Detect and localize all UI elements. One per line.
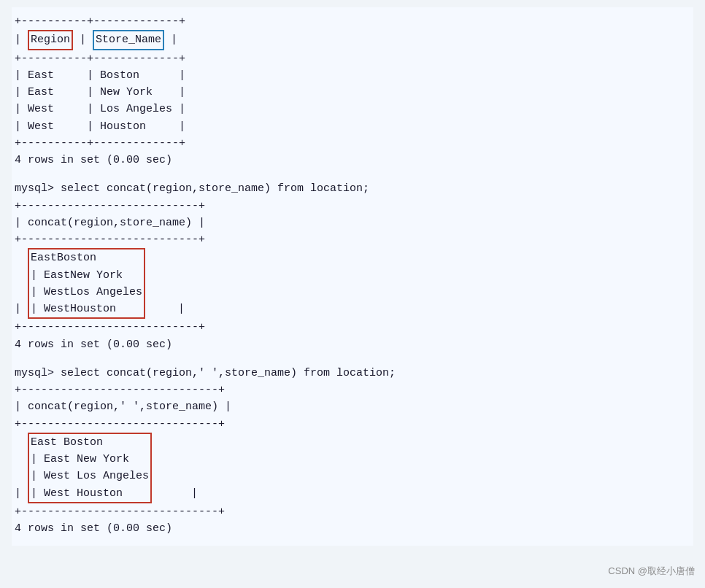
query3-section: mysql> select concat(region,' ',store_na… <box>15 365 690 538</box>
query2-header-sep: +---------------------------+ <box>15 231 690 248</box>
query2-section: mysql> select concat(region,store_name) … <box>15 180 690 353</box>
query2-bottom-border: +---------------------------+ <box>15 319 690 336</box>
concat2-highlight: East Boston| East New York| West Los Ang… <box>28 433 152 503</box>
concat1-highlight: EastBoston| EastNew York| WestLos Angele… <box>28 248 145 319</box>
query3-header-sep: +------------------------------+ <box>15 416 690 433</box>
query2-rows: | EastBoston| EastNew York| WestLos Ange… <box>15 248 690 319</box>
table1-header-sep: +----------+-------------+ <box>15 50 690 67</box>
storename-header: Store_Name <box>93 30 164 50</box>
region-header: Region <box>28 30 73 50</box>
query2-header-row: | concat(region,store_name) | <box>15 214 690 231</box>
watermark: CSDN @取经小唐僧 <box>608 565 695 578</box>
query3-header-row: | concat(region,' ',store_name) | <box>15 398 690 415</box>
query3-top-border: +------------------------------+ <box>15 382 690 398</box>
table1-bottom-border: +----------+-------------+ <box>15 135 690 152</box>
terminal: +----------+-------------+ | Region | St… <box>12 7 693 546</box>
query2-prompt: mysql> select concat(region,store_name) … <box>15 180 690 197</box>
query3-bottom-border: +------------------------------+ <box>15 503 690 520</box>
table1-header-row: | Region | Store_Name | <box>15 30 690 50</box>
query3-rowcount: 4 rows in set (0.00 sec) <box>15 520 690 537</box>
table1-row4: | West | Houston | <box>15 118 690 135</box>
query2-rowcount: 4 rows in set (0.00 sec) <box>15 336 690 353</box>
table1-section: +----------+-------------+ | Region | St… <box>15 13 690 169</box>
table1-rowcount: 4 rows in set (0.00 sec) <box>15 152 690 169</box>
query2-sql: select concat(region,store_name) from lo… <box>54 182 369 195</box>
mysql-prompt3: mysql> <box>15 367 54 379</box>
table1-row1: | East | Boston | <box>15 67 690 84</box>
table1-row2: | East | New York | <box>15 84 690 101</box>
mysql-prompt2: mysql> <box>15 182 54 195</box>
table1-top-border: +----------+-------------+ <box>15 13 690 30</box>
query3-rows: | East Boston| East New York| West Los A… <box>15 433 690 503</box>
query3-sql: select concat(region,' ',store_name) fro… <box>54 367 396 379</box>
query3-prompt: mysql> select concat(region,' ',store_na… <box>15 365 690 382</box>
query2-top-border: +---------------------------+ <box>15 198 690 214</box>
table1-row3: | West | Los Angeles | <box>15 101 690 117</box>
